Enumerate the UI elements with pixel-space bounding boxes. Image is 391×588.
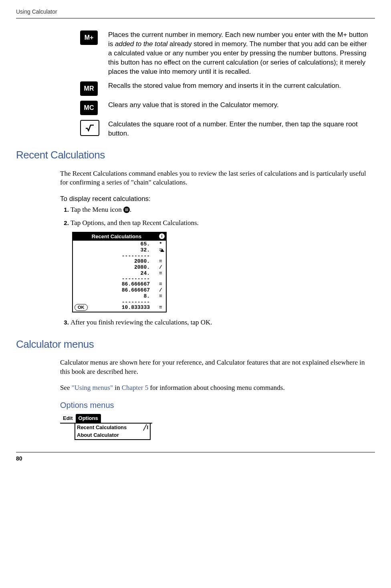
subheading-options-menus: Options menus: [60, 400, 375, 411]
svg-rect-0: [125, 209, 128, 209]
row-mplus: M+ Places the current number in memory. …: [80, 30, 371, 77]
steps-list-cont: After you finish reviewing the calculati…: [60, 318, 375, 327]
running-header: Using Calculator: [16, 8, 375, 16]
heading-recent-calculations: Recent Calculations: [16, 148, 375, 162]
footer-rule: [16, 452, 375, 452]
options-dropdown: Recent Calculations ╱I About Calculator: [75, 424, 151, 440]
rc-row: 24.=: [75, 271, 163, 277]
sqrt-icon: [80, 120, 99, 136]
button-descriptions: M+ Places the current number in memory. …: [80, 30, 371, 138]
mplus-desc-italic: added to the total: [115, 40, 167, 48]
steps-list: Tap the Menu icon . Tap Options, and the…: [60, 205, 375, 228]
mplus-description: Places the current number in memory. Eac…: [108, 30, 371, 77]
rc-row: 10.833333=: [75, 305, 163, 311]
rc-row: 32.=: [75, 247, 163, 253]
mr-description: Recalls the stored value from memory and…: [108, 81, 371, 91]
menu-item-recent-calculations[interactable]: Recent Calculations ╱I: [75, 424, 150, 432]
step-1: Tap the Menu icon .: [71, 205, 375, 215]
menubar: Edit Options: [60, 414, 152, 424]
scroll-arrows: [160, 249, 165, 252]
rc-separator: ---------: [75, 253, 163, 259]
heading-calculator-menus: Calculator menus: [16, 337, 375, 351]
calculator-menus-see: See "Using menus" in Chapter 5 for infor…: [60, 383, 371, 393]
page-number: 80: [16, 455, 375, 462]
row-mc: MC Clears any value that is stored in th…: [80, 101, 371, 115]
svg-marker-3: [160, 249, 164, 252]
rc-row: 2080.=: [75, 259, 163, 265]
svg-rect-2: [125, 211, 128, 211]
rc-row: 8.=: [75, 294, 163, 300]
tab-options[interactable]: Options: [76, 414, 101, 423]
link-using-menus[interactable]: "Using menus": [72, 384, 113, 391]
mplus-icon: M+: [80, 30, 98, 45]
sqrt-description: Calculates the square root of a number. …: [108, 120, 371, 138]
recent-calculations-screenshot: Recent Calculations i 65.*32.=---------2…: [72, 232, 167, 312]
rc-row: 86.666667=: [75, 282, 163, 288]
options-menu-screenshot: Edit Options Recent Calculations ╱I Abou…: [60, 414, 152, 440]
step-2: Tap Options, and then tap Recent Calcula…: [71, 219, 375, 228]
recent-screen-title: Recent Calculations: [73, 233, 166, 241]
calculator-menus-intro: Calculator menus are shown here for your…: [60, 358, 371, 377]
mr-icon: MR: [80, 81, 98, 96]
rc-row: 86.666667/: [75, 288, 163, 294]
rc-separator: ---------: [75, 300, 163, 305]
row-sqrt: Calculates the square root of a number. …: [80, 120, 371, 138]
header-rule: [16, 18, 375, 18]
row-mr: MR Recalls the stored value from memory …: [80, 81, 371, 96]
task-title-display-recent: To display recent calculations:: [60, 195, 375, 204]
rc-row: 2080./: [75, 265, 163, 271]
step-3: After you finish reviewing the calculati…: [71, 318, 375, 327]
ok-button[interactable]: OK: [75, 304, 88, 311]
recent-screen-body: 65.*32.=---------2080.=2080./24.=-------…: [73, 241, 166, 312]
rc-row: 65.*: [75, 241, 163, 247]
menu-icon: [123, 207, 130, 213]
menu-item-about-calculator[interactable]: About Calculator: [75, 431, 150, 439]
step-1-end: .: [130, 206, 131, 213]
rc-separator: ---------: [75, 276, 163, 282]
mc-description: Clears any value that is stored in the C…: [108, 101, 371, 110]
svg-rect-1: [125, 210, 128, 210]
mc-icon: MC: [80, 101, 98, 115]
step-1-text: Tap the Menu icon: [71, 206, 123, 213]
link-chapter-5[interactable]: Chapter 5: [122, 384, 149, 391]
recent-calculations-intro: The Recent Calculations command enables …: [60, 169, 371, 188]
tab-edit[interactable]: Edit: [60, 414, 76, 423]
